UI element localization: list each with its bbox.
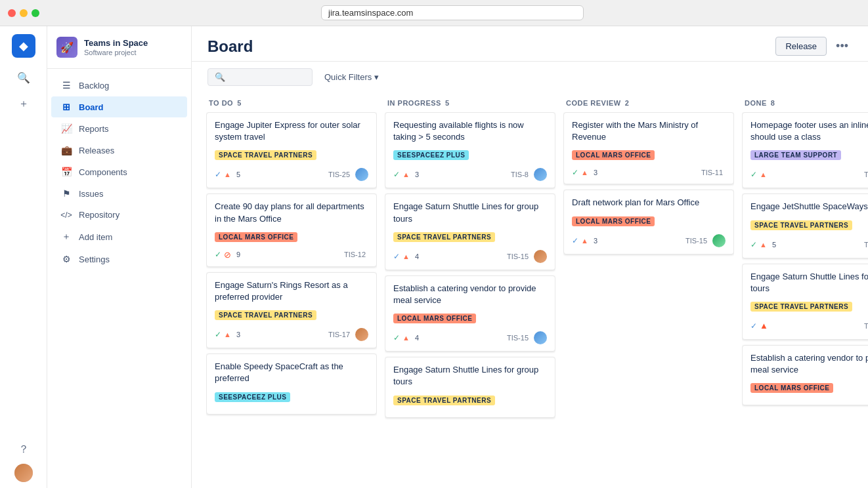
card-tag: SPACE TRAVEL PARTNERS (215, 150, 316, 160)
priority-icon: ▲ (581, 169, 588, 176)
issues-label: Issues (79, 189, 104, 199)
card-footer: ✓ ⊘ 9 TIS-12 (215, 250, 368, 260)
card-footer: ✓ ▲ 3 TIS-8 (393, 168, 547, 181)
settings-icon: ⚙ (60, 254, 72, 264)
search-box[interactable]: 🔍 (207, 68, 313, 86)
table-row[interactable]: Engage Saturn Shuttle Lines for group to… (385, 193, 555, 270)
column-inprogress: IN PROGRESS 5 Requesting available fligh… (385, 92, 555, 479)
table-row[interactable]: Engage Jupiter Express for outer solar s… (206, 112, 377, 188)
issues-icon: ⚑ (60, 188, 72, 199)
card-tag: LOCAL MARS OFFICE (572, 150, 655, 160)
more-button[interactable]: ••• (832, 37, 852, 56)
table-row[interactable]: Create 90 day plans for all departments … (206, 193, 377, 266)
main-content: Board Release ••• 🔍 Quick Filters ▾ TO D… (192, 26, 868, 488)
project-icon: 🚀 (56, 37, 77, 58)
table-row[interactable]: Requesting available flights is now taki… (385, 112, 555, 188)
avatar[interactable] (14, 464, 33, 482)
table-row[interactable]: Engage Saturn's Rings Resort as a prefer… (206, 272, 377, 348)
card-count: 5 (772, 241, 776, 249)
release-button[interactable]: Release (775, 37, 827, 56)
sidebar-item-components[interactable]: 📅 Components (51, 161, 187, 182)
avatar (534, 168, 547, 181)
sidebar-add-btn[interactable]: ＋ (12, 92, 35, 115)
table-row[interactable]: Enable Speedy SpaceCraft as the preferre… (206, 354, 377, 414)
check-icon: ✓ (750, 170, 757, 179)
table-row[interactable]: Engage Saturn Shuttle Lines for group to… (385, 357, 555, 417)
card-footer: ✓ ▲ 3 TIS-17 (215, 328, 368, 341)
table-row[interactable]: Draft network plan for Mars Office LOCAL… (563, 190, 734, 254)
sidebar-item-releases[interactable]: 💼 Releases (51, 140, 187, 161)
project-subtitle: Software project (84, 49, 148, 56)
releases-icon: 💼 (60, 145, 72, 155)
cards-list-todo: Engage Jupiter Express for outer solar s… (206, 112, 377, 479)
card-id: TIS-8 (511, 171, 529, 178)
card-count: 3 (415, 171, 419, 178)
card-footer: ✓ ▲ TIS-15 (750, 319, 868, 333)
table-row[interactable]: Engage Saturn Shuttle Lines for group to… (742, 264, 868, 340)
column-todo: TO DO 5 Engage Jupiter Express for outer… (206, 92, 377, 479)
priority-up-icon: ▲ (760, 321, 768, 331)
table-row[interactable]: Engage JetShuttle SpaceWays for travel S… (742, 193, 868, 258)
sidebar-item-repository[interactable]: </> Repository (51, 205, 187, 225)
repository-icon: </> (60, 211, 72, 220)
card-title: Draft network plan for Mars Office (572, 197, 726, 209)
sidebar-item-backlog[interactable]: ☰ Backlog (51, 75, 187, 96)
priority-icon: ▲ (581, 237, 588, 245)
card-id: TIS-25 (328, 171, 350, 178)
card-count: 9 (236, 251, 240, 258)
card-count: 3 (236, 331, 240, 338)
close-button[interactable] (8, 9, 16, 17)
table-row[interactable]: Register with the Mars Ministry of Reven… (563, 112, 734, 184)
sidebar-item-settings[interactable]: ⚙ Settings (51, 249, 187, 270)
url-bar[interactable]: jira.teamsinspace.com (321, 5, 584, 20)
table-row[interactable]: Establish a catering vendor to provide m… (385, 275, 555, 352)
table-row[interactable]: Establish a catering vendor to provide m… (742, 345, 868, 405)
table-row[interactable]: Homepage footer uses an inline style–sho… (742, 112, 868, 188)
card-tag: LARGE TEAM SUPPORT (750, 150, 841, 160)
releases-label: Releases (79, 146, 114, 155)
maximize-button[interactable] (32, 9, 39, 17)
check-icon: ✓ (393, 170, 400, 179)
check-icon: ✓ (215, 170, 221, 179)
cards-list-done: Homepage footer uses an inline style–sho… (742, 112, 868, 479)
nav-items: ☰ Backlog ⊞ Board 📈 Reports 💼 Releases 📅… (47, 69, 191, 275)
card-count: 3 (594, 237, 597, 245)
quick-filters-button[interactable]: Quick Filters ▾ (319, 69, 384, 85)
sidebar-help-btn[interactable]: ？ (12, 437, 35, 461)
card-tag: LOCAL MARS OFFICE (393, 314, 476, 323)
card-title: Engage Saturn Shuttle Lines for group to… (393, 364, 547, 388)
sidebar-item-reports[interactable]: 📈 Reports (51, 118, 187, 139)
sidebar-item-add[interactable]: ＋ Add item (51, 226, 187, 248)
board-icon: ⊞ (60, 102, 72, 112)
priority-icon: ▲ (402, 334, 410, 342)
column-count-todo: 5 (237, 99, 242, 107)
backlog-label: Backlog (79, 81, 109, 91)
avatar-image (14, 464, 33, 482)
search-input[interactable] (229, 72, 295, 82)
browser-chrome: jira.teamsinspace.com (0, 0, 868, 26)
header-actions: Release ••• (775, 37, 852, 56)
block-icon: ⊘ (224, 250, 231, 260)
card-id: TIS-12 (344, 251, 366, 258)
card-id: TIS-23 (864, 241, 868, 249)
components-label: Components (79, 167, 127, 177)
app-logo: ◆ (12, 34, 35, 58)
avatar (355, 168, 368, 181)
add-label: Add item (79, 232, 112, 242)
check-icon: ✓ (750, 321, 757, 331)
sidebar-item-issues[interactable]: ⚑ Issues (51, 183, 187, 204)
sidebar-search-btn[interactable]: 🔍 (12, 66, 35, 89)
page-title: Board (207, 37, 253, 56)
card-tag: SPACE TRAVEL PARTNERS (750, 302, 852, 312)
priority-icon: ▲ (760, 241, 767, 249)
minimize-button[interactable] (20, 9, 28, 17)
card-footer: ✓ ▲ TIS-68 (750, 168, 868, 181)
chevron-down-icon: ▾ (374, 72, 379, 82)
board-label: Board (79, 102, 104, 112)
check-icon: ✓ (215, 330, 221, 339)
sidebar-item-board[interactable]: ⊞ Board (51, 96, 187, 117)
card-title: Engage JetShuttle SpaceWays for travel (750, 201, 868, 213)
cards-list-codereview: Register with the Mars Ministry of Reven… (563, 112, 734, 479)
project-info: Teams in Space Software project (84, 38, 148, 56)
column-header-done: DONE 8 (742, 92, 868, 112)
